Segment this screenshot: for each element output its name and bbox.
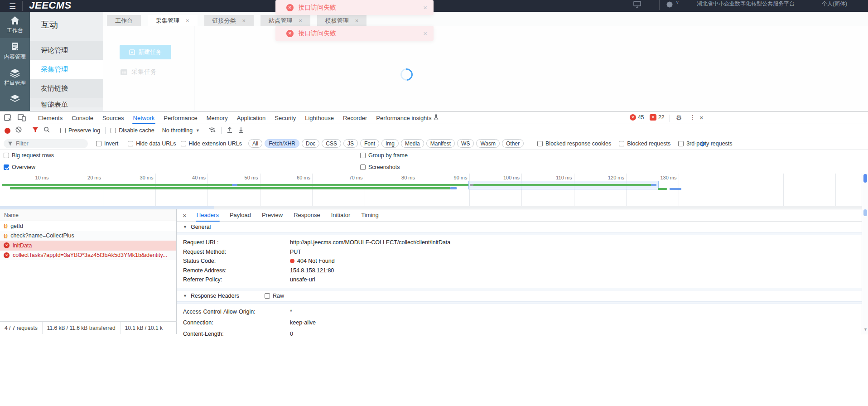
monitor-icon[interactable] — [633, 1, 641, 10]
devtools-scrollbar[interactable]: ▼ — [862, 173, 868, 334]
filter-pill-doc[interactable]: Doc — [302, 139, 319, 148]
details-tab-headers[interactable]: Headers — [191, 209, 224, 221]
filter-pill-css[interactable]: CSS — [322, 139, 341, 148]
console-errors-badge[interactable]: ✕ 45 — [630, 114, 644, 121]
requests-name-header[interactable]: Name — [0, 209, 176, 221]
tab-close-icon[interactable]: × — [242, 15, 246, 26]
menu-item-智能表单[interactable]: 智能表单 — [30, 98, 103, 107]
hide-extension-urls-checkbox[interactable]: Hide extension URLs — [181, 140, 242, 147]
checkbox-blocked-requests[interactable]: Blocked requests — [619, 140, 670, 147]
filter-pill-fetchxhr[interactable]: Fetch/XHR — [265, 139, 299, 148]
more-options-icon[interactable]: ⋮ — [690, 114, 696, 121]
devtools-tab-recorder[interactable]: Recorder — [338, 112, 371, 124]
devtools-tab-security[interactable]: Security — [270, 112, 300, 124]
filter-toggle-icon[interactable] — [32, 126, 39, 135]
filter-pill-other[interactable]: Other — [502, 139, 524, 148]
tab-close-icon[interactable]: × — [299, 15, 302, 26]
menu-item-评论管理[interactable]: 评论管理 — [30, 41, 103, 60]
throttling-select[interactable]: No throttling▼ — [162, 127, 200, 134]
sidebar-item-module[interactable] — [0, 91, 30, 106]
disable-cache-checkbox[interactable]: Disable cache — [111, 127, 154, 134]
overview-scroll-strip[interactable] — [0, 206, 868, 209]
raw-headers-checkbox[interactable]: Raw — [265, 293, 284, 299]
request-row[interactable]: {;}check?name=CollectPlus — [0, 231, 176, 241]
details-tab-initiator[interactable]: Initiator — [326, 209, 356, 221]
inspect-element-icon[interactable] — [4, 114, 12, 124]
search-icon[interactable] — [43, 126, 50, 135]
scrollbar-thumb[interactable] — [863, 174, 867, 183]
filter-pill-ws[interactable]: WS — [457, 139, 474, 148]
invert-checkbox[interactable]: Invert — [96, 140, 118, 147]
big-request-rows-checkbox[interactable]: Big request rows — [4, 152, 54, 159]
devtools-tab-memory[interactable]: Memory — [202, 112, 232, 124]
scrollbar-thumb[interactable] — [863, 209, 867, 216]
filter-pill-media[interactable]: Media — [401, 139, 424, 148]
toast-close-icon[interactable]: × — [423, 29, 427, 37]
filter-pill-all[interactable]: All — [248, 139, 262, 148]
hide-data-urls-checkbox[interactable]: Hide data URLs — [128, 140, 176, 147]
screenshots-checkbox[interactable]: Screenshots — [360, 164, 400, 170]
details-tab-payload[interactable]: Payload — [224, 209, 256, 221]
sidebar-item-内容管理[interactable]: 内容管理 — [0, 38, 30, 64]
network-overview-timeline[interactable]: 10 ms20 ms30 ms40 ms50 ms60 ms70 ms80 ms… — [0, 174, 868, 209]
record-network-log-button[interactable] — [5, 128, 10, 134]
close-details-icon[interactable]: × — [177, 212, 191, 219]
network-conditions-icon[interactable] — [208, 126, 216, 135]
tab-工作台[interactable]: 工作台 — [107, 15, 141, 26]
sidebar-item-工作台[interactable]: 工作台 — [0, 12, 30, 38]
tab-close-icon[interactable]: × — [355, 15, 359, 26]
export-har-icon[interactable] — [238, 126, 244, 135]
menu-toggle-icon[interactable]: ☰ — [9, 2, 16, 11]
filter-pill-manifest[interactable]: Manifest — [426, 139, 455, 148]
tab-close-icon[interactable]: × — [186, 15, 189, 26]
overview-checkbox[interactable]: Overview — [4, 164, 35, 170]
devtools-tab-console[interactable]: Console — [67, 112, 98, 124]
settings-gear-icon[interactable]: ⚙ — [676, 114, 682, 122]
response-headers-section-header[interactable]: ▼ Response Headers Raw — [177, 290, 862, 301]
language-globe-icon[interactable] — [666, 1, 673, 10]
import-har-icon[interactable] — [227, 126, 233, 135]
clear-network-log-button[interactable] — [15, 126, 22, 135]
general-section-header[interactable]: ▼ General — [177, 222, 862, 232]
tab-采集管理[interactable]: 采集管理× — [148, 15, 198, 26]
details-tab-response[interactable]: Response — [288, 209, 326, 221]
menu-item-友情链接[interactable]: 友情链接 — [30, 79, 103, 98]
close-devtools-icon[interactable]: × — [699, 114, 704, 121]
toast-close-icon[interactable]: × — [423, 4, 427, 11]
sidebar-item-栏目管理[interactable]: 栏目管理 — [0, 64, 30, 91]
devtools-tab-network[interactable]: Network — [129, 112, 159, 124]
issues-badge[interactable]: ✕ 22 — [650, 114, 664, 121]
group-by-frame-checkbox[interactable]: Group by frame — [360, 152, 408, 159]
devtools-tab-performance[interactable]: Performance — [159, 112, 202, 124]
account-menu[interactable]: 个人(简体) — [822, 0, 847, 8]
device-toolbar-icon[interactable] — [18, 114, 26, 123]
devtools-tab-sources[interactable]: Sources — [98, 112, 129, 124]
overview-scroll-thumb[interactable] — [0, 206, 214, 209]
tab-模板管理[interactable]: 模板管理× — [317, 15, 367, 26]
tab-站点管理[interactable]: 站点管理× — [260, 15, 310, 26]
menu-item-采集管理[interactable]: 采集管理 — [30, 60, 103, 79]
filter-input[interactable]: Filter — [4, 139, 88, 148]
devtools-tab-elements[interactable]: Elements — [34, 112, 67, 124]
details-tab-timing[interactable]: Timing — [356, 209, 384, 221]
filter-pill-wasm[interactable]: Wasm — [476, 139, 500, 148]
request-row[interactable]: ✕initData — [0, 241, 176, 251]
devtools-tab-performance-insights[interactable]: Performance insights — [371, 112, 443, 124]
filter-pill-js[interactable]: JS — [343, 139, 358, 148]
waterfall-bar-gray — [470, 184, 473, 186]
language-caret-icon[interactable]: ˅ — [676, 0, 679, 5]
request-row[interactable]: {;}getId — [0, 221, 176, 231]
devtools-tab-lighthouse[interactable]: Lighthouse — [300, 112, 338, 124]
scroll-down-arrow-icon[interactable]: ▼ — [863, 327, 868, 332]
filter-pill-img[interactable]: Img — [381, 139, 399, 148]
checkbox-3rd-party-requests[interactable]: 3rd-party requests — [678, 140, 732, 147]
filter-pill-font[interactable]: Font — [360, 139, 379, 148]
tab-链接分类[interactable]: 链接分类× — [204, 15, 254, 26]
checkbox-blocked-response-cookies[interactable]: Blocked response cookies — [537, 140, 611, 147]
preserve-log-checkbox[interactable]: Preserve log — [60, 127, 100, 134]
network-options-row-2: Overview Screenshots — [0, 162, 868, 174]
request-row[interactable]: ✕collectTasks?appId=3aYBO*3az45f3bAk5d3Y… — [0, 251, 176, 261]
details-tab-preview[interactable]: Preview — [256, 209, 288, 221]
timeline-gridline — [103, 174, 103, 206]
devtools-tab-application[interactable]: Application — [232, 112, 270, 124]
